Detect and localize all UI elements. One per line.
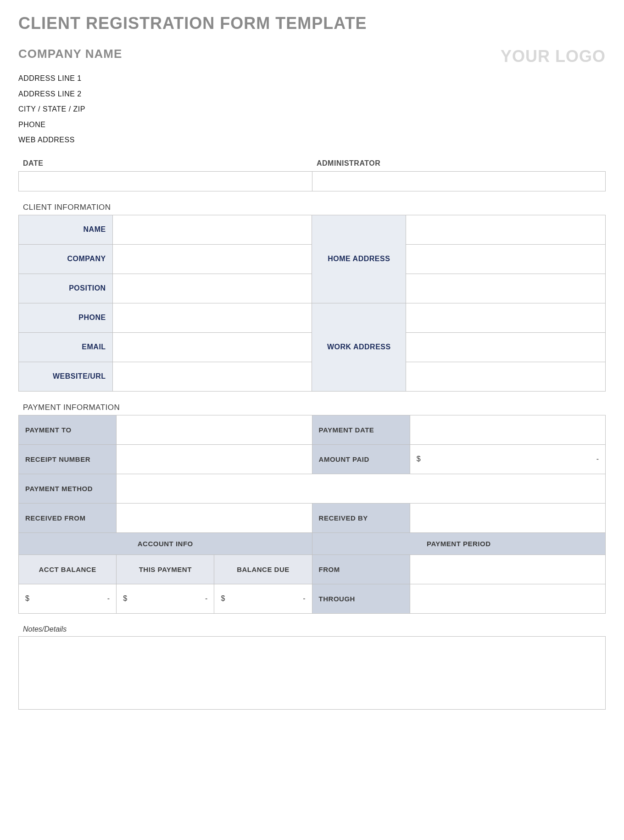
- pi-received-from-input[interactable]: [123, 514, 305, 522]
- date-input[interactable]: [18, 171, 312, 191]
- through-label: THROUGH: [312, 584, 410, 613]
- ci-home-address-3-input[interactable]: [412, 284, 599, 292]
- balance-due-currency: $: [221, 594, 225, 603]
- administrator-label: ADMINISTRATOR: [312, 159, 606, 171]
- ci-home-address-1-input[interactable]: [412, 225, 599, 234]
- ci-phone-label: PHONE: [19, 303, 113, 332]
- from-label: FROM: [312, 554, 410, 584]
- logo-placeholder: YOUR LOGO: [501, 47, 606, 66]
- client-info-title: CLIENT INFORMATION: [23, 203, 606, 212]
- page-title: CLIENT REGISTRATION FORM TEMPLATE: [18, 14, 606, 33]
- pi-payment-method-input[interactable]: [123, 484, 599, 493]
- pi-payment-to-input[interactable]: [123, 426, 305, 434]
- date-label: DATE: [18, 159, 312, 171]
- ci-work-address-2-input[interactable]: [412, 343, 599, 351]
- from-input[interactable]: [417, 565, 599, 573]
- pi-payment-to-label: PAYMENT TO: [19, 415, 117, 444]
- administrator-input[interactable]: [312, 171, 606, 191]
- this-payment-value: -: [205, 594, 207, 603]
- ci-home-address-label: HOME ADDRESS: [312, 215, 406, 303]
- pi-received-by-input[interactable]: [417, 514, 599, 522]
- company-phone: PHONE: [18, 117, 606, 133]
- date-admin-row: DATE ADMINISTRATOR: [18, 159, 606, 191]
- ci-company-label: COMPANY: [19, 244, 113, 274]
- ci-home-address-2-input[interactable]: [412, 255, 599, 263]
- ci-phone-input[interactable]: [119, 314, 306, 322]
- acct-balance-label: ACCT BALANCE: [19, 554, 117, 584]
- pi-payment-date-input[interactable]: [417, 426, 599, 434]
- ci-email-input[interactable]: [119, 343, 306, 351]
- ci-work-address-1-input[interactable]: [412, 314, 599, 322]
- ci-email-label: EMAIL: [19, 332, 113, 362]
- pi-payment-date-label: PAYMENT DATE: [312, 415, 410, 444]
- balance-due-value: -: [303, 594, 305, 603]
- company-info-block: ADDRESS LINE 1 ADDRESS LINE 2 CITY / STA…: [18, 71, 606, 148]
- acct-balance-value: -: [107, 594, 110, 603]
- payment-info-table: PAYMENT TO PAYMENT DATE RECEIPT NUMBER A…: [18, 415, 606, 614]
- notes-textarea[interactable]: [18, 636, 606, 710]
- pi-amount-paid-label: AMOUNT PAID: [312, 444, 410, 474]
- acct-balance-currency: $: [25, 594, 29, 603]
- ci-position-input[interactable]: [119, 284, 306, 292]
- ci-company-input[interactable]: [119, 255, 306, 263]
- ci-work-address-3-input[interactable]: [412, 372, 599, 381]
- this-payment-currency: $: [123, 594, 127, 603]
- address-line-1: ADDRESS LINE 1: [18, 71, 606, 86]
- amount-paid-currency: $: [417, 455, 421, 463]
- pi-receipt-number-label: RECEIPT NUMBER: [19, 444, 117, 474]
- address-line-2: ADDRESS LINE 2: [18, 86, 606, 102]
- balance-due-label: BALANCE DUE: [214, 554, 312, 584]
- pi-received-by-label: RECEIVED BY: [312, 503, 410, 532]
- account-info-header: ACCOUNT INFO: [19, 532, 312, 554]
- pi-receipt-number-input[interactable]: [123, 455, 305, 463]
- ci-website-input[interactable]: [119, 372, 306, 381]
- ci-work-address-label: WORK ADDRESS: [312, 303, 406, 391]
- balance-due-cell[interactable]: $ -: [214, 584, 312, 613]
- this-payment-cell[interactable]: $ -: [117, 584, 214, 613]
- acct-balance-cell[interactable]: $ -: [19, 584, 117, 613]
- client-info-table: NAME HOME ADDRESS COMPANY POSITION PHONE…: [18, 215, 606, 392]
- payment-info-title: PAYMENT INFORMATION: [23, 403, 606, 412]
- ci-name-label: NAME: [19, 215, 113, 244]
- pi-amount-paid-cell[interactable]: $ -: [410, 444, 605, 474]
- pi-payment-method-label: PAYMENT METHOD: [19, 474, 117, 503]
- ci-website-label: WEBSITE/URL: [19, 362, 113, 391]
- notes-label: Notes/Details: [23, 625, 606, 633]
- payment-period-header: PAYMENT PERIOD: [312, 532, 605, 554]
- this-payment-label: THIS PAYMENT: [117, 554, 214, 584]
- company-web: WEB ADDRESS: [18, 132, 606, 148]
- header-row: COMPANY NAME YOUR LOGO: [18, 47, 606, 66]
- ci-name-input[interactable]: [119, 225, 306, 234]
- through-input[interactable]: [417, 594, 599, 603]
- amount-paid-value: -: [596, 455, 599, 463]
- pi-received-from-label: RECEIVED FROM: [19, 503, 117, 532]
- ci-position-label: POSITION: [19, 274, 113, 303]
- company-name-label: COMPANY NAME: [18, 47, 122, 61]
- city-state-zip: CITY / STATE / ZIP: [18, 101, 606, 117]
